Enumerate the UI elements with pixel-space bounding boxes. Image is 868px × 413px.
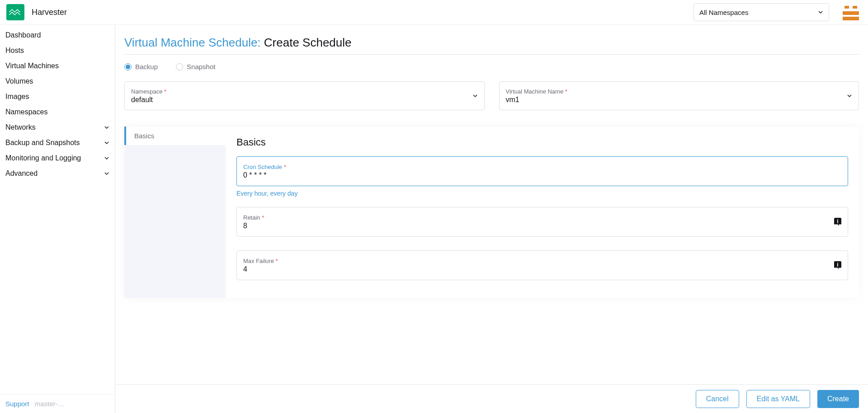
chevron-down-icon — [104, 140, 109, 145]
field-label: Max Failure * — [243, 258, 841, 264]
cron-hint: Every hour, every day — [236, 190, 848, 197]
panel-body: Basics Cron Schedule * Every hour, every… — [226, 127, 859, 298]
user-avatar[interactable] — [843, 4, 859, 20]
sidebar-item-label: Virtual Machines — [5, 62, 59, 70]
chevron-down-icon — [104, 125, 109, 130]
radio-label: Backup — [135, 63, 158, 70]
title-text: Create Schedule — [264, 36, 352, 49]
sidebar-item-label: Images — [5, 93, 29, 101]
retain-input[interactable]: Retain * i — [236, 207, 848, 237]
support-link[interactable]: Support — [5, 400, 29, 408]
radio-label: Snapshot — [187, 63, 215, 70]
sidebar: Dashboard Hosts Virtual Machines Volumes… — [0, 25, 115, 413]
cancel-button[interactable]: Cancel — [696, 390, 739, 408]
field-label: Retain * — [243, 214, 841, 221]
sidebar-item-volumes[interactable]: Volumes — [0, 74, 115, 89]
sidebar-item-images[interactable]: Images — [0, 89, 115, 104]
sidebar-item-label: Backup and Snapshots — [5, 139, 80, 147]
sidebar-item-label: Dashboard — [5, 31, 41, 39]
max-failure-input[interactable]: Max Failure * i — [236, 250, 848, 280]
version-text: master-… — [35, 400, 65, 408]
sidebar-item-dashboard[interactable]: Dashboard — [0, 28, 115, 43]
field-value: default — [131, 96, 478, 104]
chevron-down-icon — [472, 93, 478, 99]
sidebar-item-label: Advanced — [5, 169, 38, 178]
sidebar-item-namespaces[interactable]: Namespaces — [0, 104, 115, 120]
chevron-down-icon — [104, 171, 109, 176]
sidebar-item-label: Monitoring and Logging — [5, 154, 81, 162]
chevron-down-icon — [847, 93, 852, 99]
sidebar-item-label: Namespaces — [5, 108, 47, 116]
retain-value[interactable] — [243, 222, 841, 230]
sidebar-item-virtual-machines[interactable]: Virtual Machines — [0, 58, 115, 74]
create-button[interactable]: Create — [817, 390, 859, 408]
radio-snapshot[interactable]: Snapshot — [176, 63, 215, 70]
edit-as-yaml-button[interactable]: Edit as YAML — [746, 390, 810, 408]
max-failure-value[interactable] — [243, 265, 841, 273]
basics-panel: Basics Basics Cron Schedule * Every hour… — [124, 127, 859, 298]
schedule-type-radio-group: Backup Snapshot — [124, 63, 859, 70]
brand-wrap: Harvester — [6, 4, 67, 20]
sidebar-item-monitoring-logging[interactable]: Monitoring and Logging — [0, 150, 115, 166]
radio-dot-icon — [176, 63, 183, 70]
field-label: Cron Schedule * — [243, 164, 841, 170]
sidebar-item-label: Volumes — [5, 77, 33, 85]
breadcrumb[interactable]: Virtual Machine Schedule: — [124, 36, 261, 49]
tab-basics[interactable]: Basics — [124, 127, 226, 145]
namespace-selector-value: All Namespaces — [699, 9, 748, 16]
sidebar-item-networks[interactable]: Networks — [0, 120, 115, 135]
cron-schedule-input[interactable]: Cron Schedule * — [236, 156, 848, 186]
namespace-select[interactable]: Namespace * default — [124, 81, 485, 110]
cron-value[interactable] — [243, 171, 841, 179]
brand-text: Harvester — [32, 8, 67, 17]
vm-name-select[interactable]: Virtual Machine Name * vm1 — [499, 81, 859, 110]
harvester-logo-icon — [6, 4, 24, 20]
main-content: Virtual Machine Schedule: Create Schedul… — [115, 25, 868, 413]
sidebar-footer: Support master-… — [0, 394, 115, 413]
chevron-down-icon — [104, 155, 109, 161]
chevron-down-icon — [818, 9, 823, 15]
namespace-selector[interactable]: All Namespaces — [693, 3, 829, 21]
sidebar-nav: Dashboard Hosts Virtual Machines Volumes… — [0, 25, 115, 394]
sidebar-item-advanced[interactable]: Advanced — [0, 166, 115, 181]
section-title: Basics — [236, 136, 848, 148]
footer-actions: Cancel Edit as YAML Create — [115, 384, 868, 413]
panel-tabs: Basics — [124, 127, 226, 298]
sidebar-item-backup-snapshots[interactable]: Backup and Snapshots — [0, 135, 115, 150]
field-value: vm1 — [506, 96, 853, 104]
radio-backup[interactable]: Backup — [124, 63, 158, 70]
page-title: Virtual Machine Schedule: Create Schedul… — [124, 36, 859, 50]
sidebar-item-hosts[interactable]: Hosts — [0, 43, 115, 58]
sidebar-item-label: Hosts — [5, 47, 24, 55]
field-label: Namespace * — [131, 88, 478, 95]
sidebar-item-label: Networks — [5, 123, 36, 131]
top-header: Harvester All Namespaces — [0, 0, 868, 25]
radio-dot-icon — [124, 63, 132, 70]
field-label: Virtual Machine Name * — [506, 88, 853, 95]
